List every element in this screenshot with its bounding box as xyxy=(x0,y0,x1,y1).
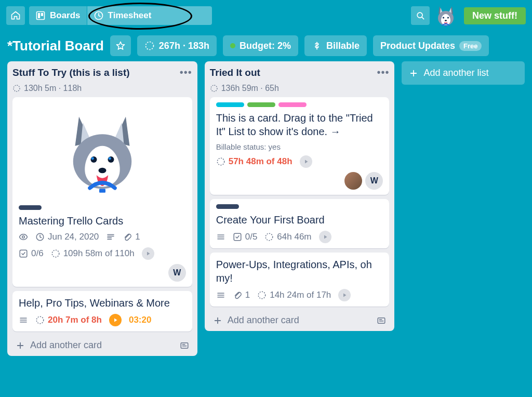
lines-icon xyxy=(19,315,28,325)
label-pill[interactable] xyxy=(247,102,275,107)
board-icon xyxy=(35,10,46,21)
watch-icon xyxy=(19,232,28,242)
billable-label: Billable xyxy=(326,41,360,51)
dashed-circle-icon xyxy=(210,84,218,92)
card-title: Help, Pro Tips, Webinars & More xyxy=(19,296,186,310)
search-button[interactable] xyxy=(411,6,430,25)
card-mastering-trello[interactable]: Mastering Trello Cards Jun 24, 2020 1 0/… xyxy=(12,97,192,287)
dashed-circle-icon xyxy=(264,232,274,242)
list-menu-button[interactable]: ••• xyxy=(377,67,389,78)
boards-button[interactable]: Boards xyxy=(29,6,87,25)
card-labels xyxy=(19,205,186,210)
hours-summary-button[interactable]: 267h · 183h xyxy=(137,35,217,56)
home-icon xyxy=(10,10,21,21)
budget-button[interactable]: Budget: 2% xyxy=(223,35,298,56)
list-menu-button[interactable]: ••• xyxy=(180,67,192,78)
play-button[interactable] xyxy=(142,247,154,260)
board-title[interactable]: *Tutorial Board xyxy=(7,38,104,54)
new-stuff-label: New stuff! xyxy=(472,10,517,21)
card-power-ups[interactable]: Power-Ups, Integrations, APIs, oh my! 1 … xyxy=(210,253,390,307)
plus-icon xyxy=(16,341,25,350)
template-icon[interactable] xyxy=(377,316,386,325)
dollar-icon xyxy=(312,41,322,51)
card-create-first-board[interactable]: Create Your First Board 0/5 64h 46m xyxy=(210,199,390,248)
card-title: Mastering Trello Cards xyxy=(19,214,186,228)
clock-icon xyxy=(35,232,45,242)
dashed-circle-icon xyxy=(51,249,60,258)
dashed-circle-icon xyxy=(12,84,21,92)
member-avatar[interactable]: W xyxy=(365,172,383,190)
description-icon xyxy=(106,232,115,242)
label-pill[interactable] xyxy=(19,205,42,210)
star-button[interactable] xyxy=(110,35,131,56)
label-pill[interactable] xyxy=(278,102,307,107)
card-labels xyxy=(216,102,383,107)
product-updates-label: Product Updates xyxy=(380,41,455,51)
checklist-icon xyxy=(19,249,28,258)
attach-count: 1 xyxy=(135,232,140,242)
dashed-circle-icon xyxy=(35,315,45,325)
dashed-circle-icon xyxy=(144,41,155,51)
boards-label: Boards xyxy=(50,10,81,21)
billable-button[interactable]: Billable xyxy=(304,35,367,56)
list-subtitle: 130h 5m · 118h xyxy=(12,83,192,93)
play-button[interactable] xyxy=(300,155,312,168)
home-button[interactable] xyxy=(6,6,25,25)
attachment-icon xyxy=(233,290,242,300)
timesheet-label: Timesheet xyxy=(108,10,152,21)
add-list-label: Add another list xyxy=(423,68,488,78)
dashed-circle-icon xyxy=(257,290,267,300)
billable-status: Billable status: yes xyxy=(216,142,383,151)
card-title: Power-Ups, Integrations, APIs, oh my! xyxy=(216,258,383,285)
list-title[interactable]: Tried It out xyxy=(210,67,260,78)
play-button[interactable] xyxy=(319,231,331,243)
attach-count: 1 xyxy=(245,290,250,300)
timesheet-button[interactable]: Timesheet xyxy=(87,6,212,25)
card-time: 14h 24m of 17h xyxy=(270,290,331,300)
clock-icon xyxy=(94,10,104,21)
attachment-icon xyxy=(123,232,132,242)
checklist-count: 0/6 xyxy=(31,248,44,259)
card-time: 64h 46m xyxy=(277,232,311,242)
card-date: Jun 24, 2020 xyxy=(48,232,99,242)
dashed-circle-icon xyxy=(216,157,225,166)
card-time: 20h 7m of 8h xyxy=(48,315,102,325)
add-card-label: Add another card xyxy=(30,340,102,351)
lines-icon xyxy=(216,232,225,242)
template-icon[interactable] xyxy=(180,341,189,350)
search-icon xyxy=(415,10,425,21)
card-labels xyxy=(216,204,383,209)
add-list-button[interactable]: Add another list xyxy=(402,61,525,85)
play-button-active[interactable] xyxy=(109,314,122,326)
list-subtitle: 136h 59m · 65h xyxy=(210,83,390,93)
card-time: 109h 58m of 110h xyxy=(63,248,135,259)
card-time: 57h 48m of 48h xyxy=(229,156,292,167)
new-stuff-badge[interactable]: New stuff! xyxy=(464,7,526,24)
free-badge: Free xyxy=(459,41,482,51)
card-cover-image xyxy=(19,102,186,201)
card-title: Create Your First Board xyxy=(216,213,383,227)
list-tried-it-out: Tried It out ••• 136h 59m · 65h This is … xyxy=(205,61,395,331)
add-card-button[interactable]: Add another card xyxy=(210,311,390,328)
checklist-count: 0/5 xyxy=(245,232,258,242)
list-stuff-to-try: Stuff To Try (this is a list) ••• 130h 5… xyxy=(7,61,197,356)
member-photo[interactable] xyxy=(344,172,362,190)
product-updates-button[interactable]: Product Updates Free xyxy=(373,35,489,56)
member-avatar[interactable]: W xyxy=(168,264,186,282)
card-this-is-a-card[interactable]: This is a card. Drag it to the "Tried It… xyxy=(210,97,390,195)
label-pill[interactable] xyxy=(216,204,239,209)
card-help-pro-tips[interactable]: Help, Pro Tips, Webinars & More 20h 7m o… xyxy=(12,291,192,332)
play-button[interactable] xyxy=(338,289,351,301)
label-pill[interactable] xyxy=(216,102,244,107)
plus-icon xyxy=(409,69,418,78)
lines-icon xyxy=(216,290,225,300)
hours-summary: 267h · 183h xyxy=(159,41,209,51)
status-dot-icon xyxy=(230,43,235,48)
running-timer: 03:20 xyxy=(129,315,151,325)
husky-avatar[interactable] xyxy=(434,4,458,27)
card-title: This is a card. Drag it to the "Tried It… xyxy=(216,111,383,138)
add-card-button[interactable]: Add another card xyxy=(12,336,192,353)
list-title[interactable]: Stuff To Try (this is a list) xyxy=(12,67,130,78)
board-header: *Tutorial Board 267h · 183h Budget: 2% B… xyxy=(0,31,532,61)
top-nav: Boards Timesheet New stuff! xyxy=(0,0,532,31)
